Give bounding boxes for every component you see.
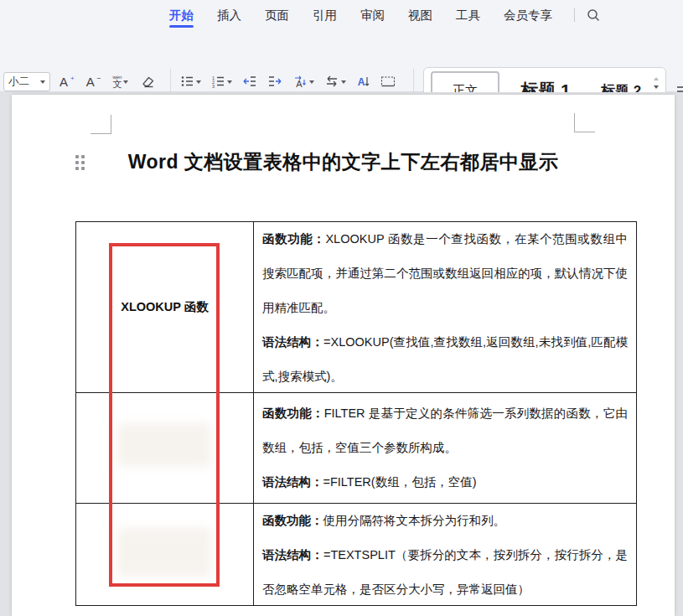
chevron-down-icon (227, 80, 232, 86)
text-direction-icon: A (292, 75, 308, 89)
decrease-font-button[interactable]: A− (84, 71, 104, 91)
tab-references[interactable]: 引用 (301, 0, 349, 30)
cell-function-detail[interactable]: 函数功能：FILTER 是基于定义的条件筛选一系列数据的函数，它由数组，包括，空… (254, 393, 636, 503)
increase-indent-button[interactable] (265, 71, 285, 91)
tab-member[interactable]: 会员专享 (492, 0, 564, 30)
asian-layout-icon (324, 75, 339, 88)
gallery-scroll-up-icon[interactable] (654, 75, 659, 80)
phonetic-guide-icon: wén 文 (112, 75, 122, 89)
increase-font-button[interactable]: A+ (57, 71, 77, 91)
tab-tools[interactable]: 工具 (444, 0, 492, 30)
asian-layout-button[interactable] (322, 71, 349, 91)
label-syntax: 语法结构： (262, 335, 323, 349)
label-syntax: 语法结构： (262, 548, 323, 562)
blurred-redaction (117, 528, 211, 577)
decrease-indent-icon (242, 75, 257, 88)
label-function-feature: 函数功能： (262, 232, 325, 246)
chevron-down-icon (123, 80, 128, 86)
numbered-list-icon: 1 2 3 (211, 75, 225, 88)
text-syntax: =FILTER(数组，包括，空值) (323, 475, 477, 489)
text-direction-button[interactable]: A (290, 71, 317, 91)
wps-word-window: 开始 插入 页面 引用 审阅 视图 工具 会员专享 小二 A+ A− (0, 0, 683, 616)
clear-format-button[interactable] (137, 71, 158, 91)
label-syntax: 语法结构： (262, 475, 323, 489)
chevron-down-icon (341, 80, 346, 86)
label-function-feature: 函数功能： (262, 514, 323, 527)
phonetic-guide-button[interactable]: wén 文 (110, 71, 131, 91)
search-icon[interactable] (583, 5, 603, 25)
document-page[interactable]: Word 文档设置表格中的文字上下左右都居中显示 XLOOKUP 函数 函数功能… (12, 95, 675, 616)
chevron-down-icon (309, 80, 314, 86)
decrease-indent-button[interactable] (240, 71, 260, 91)
draw-table-dashed-icon (380, 75, 396, 88)
tab-view[interactable]: 视图 (396, 0, 444, 30)
tab-review[interactable]: 审阅 (349, 0, 396, 30)
table-row: XLOOKUP 函数 函数功能：XLOOKUP 函数是一个查找函数，在某个范围或… (75, 221, 637, 393)
eraser-icon (140, 75, 155, 89)
bullet-list-icon (180, 75, 194, 88)
document-title[interactable]: Word 文档设置表格中的文字上下左右都居中显示 (12, 149, 675, 175)
cell-function-detail[interactable]: 函数功能：XLOOKUP 函数是一个查找函数，在某个范围或数组中搜索匹配项，并通… (254, 222, 636, 392)
menubar: 开始 插入 页面 引用 审阅 视图 工具 会员专享 (0, 0, 683, 30)
svg-text:A: A (296, 79, 303, 89)
gallery-scroll-down-icon[interactable] (654, 85, 659, 91)
draw-table-button[interactable] (378, 71, 398, 91)
sort-icon: A (356, 75, 370, 89)
blurred-redaction (117, 423, 211, 467)
font-size-value: 小二 (8, 75, 29, 89)
text-function-feature: 使用分隔符将文本拆分为行和列。 (323, 514, 506, 527)
menubar-separator (574, 8, 575, 22)
margin-cropmark-topleft (91, 115, 111, 134)
document-area: Word 文档设置表格中的文字上下左右都居中显示 XLOOKUP 函数 函数功能… (0, 92, 683, 616)
toolbar: 小二 A+ A− wén 文 (0, 30, 683, 92)
sort-button[interactable]: A (354, 71, 373, 91)
cell-function-name[interactable]: XLOOKUP 函数 (76, 222, 254, 392)
increase-indent-icon (267, 75, 282, 88)
chevron-down-icon (196, 80, 201, 86)
label-function-feature: 函数功能： (262, 406, 324, 420)
bullet-list-button[interactable] (178, 71, 204, 91)
tab-home[interactable]: 开始 (158, 0, 205, 30)
svg-text:3: 3 (212, 84, 215, 89)
tab-page[interactable]: 页面 (253, 0, 301, 30)
chevron-down-icon (40, 80, 45, 86)
svg-text:A: A (358, 76, 365, 88)
font-size-combobox[interactable]: 小二 (3, 72, 50, 91)
numbered-list-button[interactable]: 1 2 3 (209, 71, 235, 91)
cell-function-detail[interactable]: 函数功能：使用分隔符将文本拆分为行和列。 语法结构：=TEXTSPLIT（要拆分… (254, 504, 636, 605)
margin-cropmark-topright (574, 113, 595, 132)
tab-insert[interactable]: 插入 (205, 0, 253, 30)
